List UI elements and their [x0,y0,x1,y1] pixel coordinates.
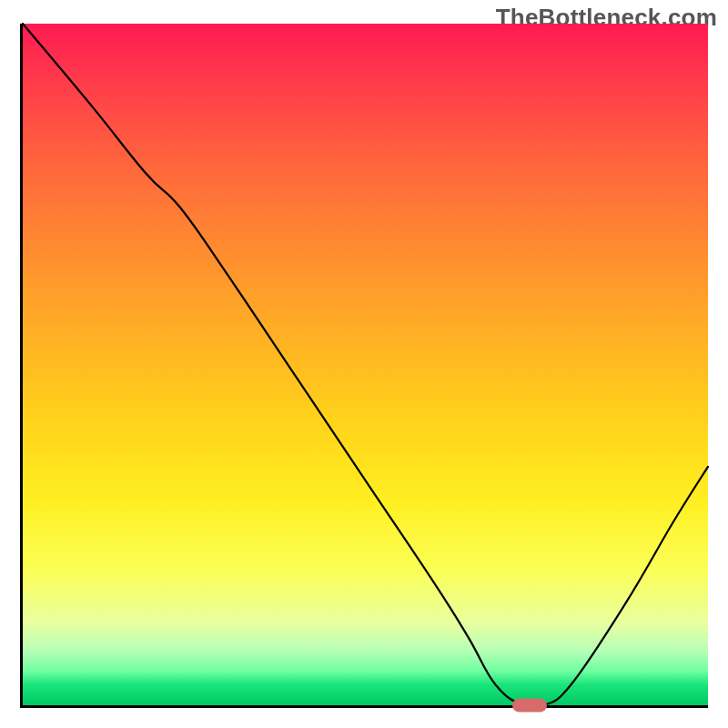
chart-frame: TheBottleneck.com [0,0,728,728]
bottleneck-curve [23,24,708,708]
curve-svg [23,24,708,705]
plot-area [23,24,708,705]
optimal-marker [512,699,547,713]
plot-axes [20,24,708,708]
